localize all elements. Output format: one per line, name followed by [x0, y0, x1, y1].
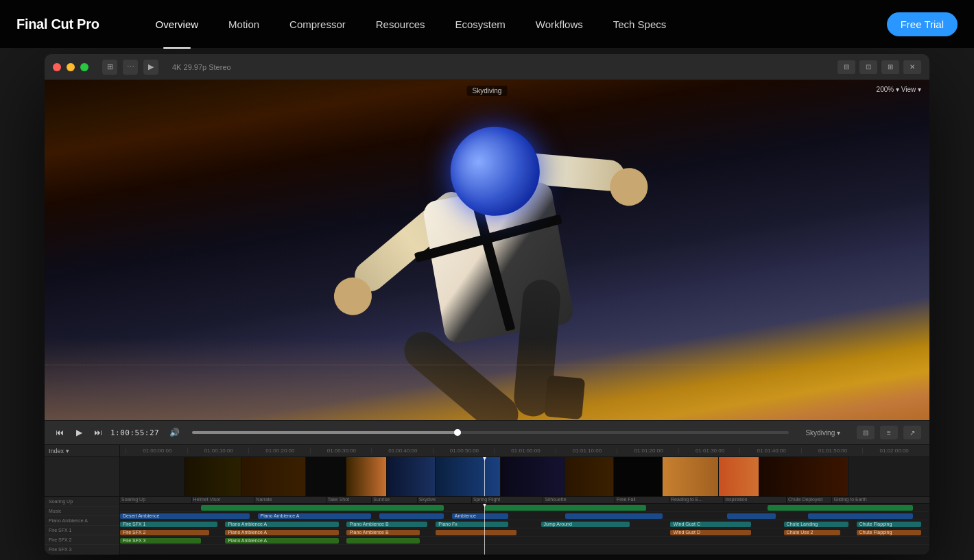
main-content: ⊞ ⋯ ▶ 4K 29.97p Stereo ⊟ ⊡ ⊞ ✕ [0, 0, 974, 560]
fire2-seg2[interactable]: Piano Ambience A [225, 530, 338, 535]
fire1-seg7[interactable]: Chute Landing [784, 522, 848, 527]
track-fire-sfx2: Fire SFX 2 Piano Ambience A Piano Ambien… [120, 528, 929, 537]
timeline-scrubber[interactable] [192, 431, 789, 434]
minimize-button[interactable] [67, 63, 75, 71]
fire1-seg3[interactable]: Piano Ambience B [346, 522, 427, 527]
nav-link-compressor[interactable]: Compressor [274, 0, 361, 49]
fire2-seg4[interactable] [436, 530, 516, 535]
clip-label-chutes: Chute Deployed [787, 497, 832, 503]
clip-thumb-5[interactable] [346, 457, 387, 496]
music-segment-3[interactable] [768, 505, 913, 511]
clip-label-freefall: Free Fall [615, 497, 669, 503]
piano-a-seg6[interactable] [727, 513, 776, 519]
clip-thumb-2[interactable] [185, 457, 241, 496]
toolbar-icon-3[interactable]: ▶ [143, 60, 158, 75]
ruler-mark-8: 01:01:20:00 [617, 448, 678, 454]
nav-link-ecosystem[interactable]: Ecosystem [440, 0, 520, 49]
play-back-button[interactable]: ⏮ [53, 426, 67, 439]
timeline-main-area: 01:00:00:00 01:00:10:00 01:00:20:00 01:0… [120, 445, 929, 555]
nav-link-overview[interactable]: Overview [141, 0, 214, 49]
clip-thumb-7[interactable] [436, 457, 500, 496]
fire1-seg5[interactable]: Jump Around [541, 522, 630, 527]
nav-link-workflows[interactable]: Workflows [521, 0, 598, 49]
timeline-panel: Index ▾ Soaring Up Music Piano Ambience … [45, 445, 929, 555]
clip-thumb-8[interactable] [501, 457, 565, 496]
piano-a-seg4[interactable]: Ambience [452, 513, 509, 519]
fire2-seg3[interactable]: Piano Ambience B [346, 530, 419, 535]
final-cut-pro-window: ⊞ ⋯ ▶ 4K 29.97p Stereo ⊟ ⊡ ⊞ ✕ [45, 54, 929, 555]
close-button[interactable] [53, 63, 61, 71]
clip-labels-row: Soaring Up Helmet Visor Narrate Take Sho… [120, 497, 929, 504]
ruler-mark-5: 01:00:50:00 [433, 448, 495, 454]
current-clip-name[interactable]: Skydiving ▾ [805, 429, 840, 437]
fire3-seg1[interactable]: Fire SFX 3 [120, 538, 201, 544]
app-logo[interactable]: Final Cut Pro [16, 16, 99, 32]
fire3-seg3[interactable] [346, 538, 419, 544]
maximize-button[interactable] [80, 63, 88, 71]
play-button[interactable]: ▶ [72, 426, 86, 439]
music-segment-1[interactable] [201, 505, 444, 511]
index-label: Index ▾ [45, 445, 119, 457]
piano-a-seg2[interactable]: Piano Ambience A [258, 513, 371, 519]
toolbar-icon-1[interactable]: ⊞ [102, 60, 117, 75]
nav-link-tech-specs[interactable]: Tech Specs [598, 0, 682, 49]
fire1-seg6[interactable]: Wind Gust C [670, 522, 751, 527]
view-toggle-3[interactable]: ⊞ [881, 60, 899, 74]
audio-icon[interactable]: 🔊 [167, 426, 181, 439]
clip-label-takeshot: Take Shot [326, 497, 372, 503]
piano-a-seg7[interactable] [808, 513, 913, 519]
ruler-mark-0: 01:00:00:00 [126, 448, 187, 454]
piano-a-seg3[interactable] [379, 513, 444, 519]
clip-label-sunrise: Sunrise [372, 497, 417, 503]
export-toggle[interactable]: ↗ [903, 426, 921, 439]
clip-thumb-6[interactable] [387, 457, 436, 496]
fire1-seg8[interactable]: Chute Flapping [857, 522, 921, 527]
nav-links: Overview Motion Compressor Resources Eco… [141, 0, 887, 49]
view-toggle-2[interactable]: ⊡ [859, 60, 877, 74]
fire2-seg7[interactable]: Chute Flapping [857, 530, 921, 535]
clip-thumb-10[interactable] [614, 457, 663, 496]
clip-thumb-12[interactable] [719, 457, 759, 496]
fire1-seg1[interactable]: Fire SFX 1 [120, 522, 217, 527]
fire2-seg5[interactable]: Wind Gust D [670, 530, 751, 535]
clip-label-gliding: Gliding to Earth [832, 497, 929, 503]
ruler-mark-3: 01:00:30:00 [310, 448, 372, 454]
clip-label-helmet: Helmet Visor [192, 497, 255, 503]
piano-a-seg5[interactable] [565, 513, 663, 519]
atmosphere-glow [45, 338, 929, 420]
view-toggle-1[interactable]: ⊟ [838, 60, 855, 74]
clip-label-inspiration: Inspiration [724, 497, 787, 503]
clip-thumb-3[interactable] [241, 457, 306, 496]
fire1-seg2[interactable]: Piano Ambience A [225, 522, 338, 527]
free-trial-button[interactable]: Free Trial [887, 12, 958, 36]
piano-a-seg1[interactable]: Desert Ambience [120, 513, 250, 519]
clip-label-narrate: Narrate [254, 497, 326, 503]
nav-link-motion[interactable]: Motion [213, 0, 274, 49]
viewer-zoom-control[interactable]: 200% ▾ View ▾ [877, 86, 921, 93]
audio-meter-toggle[interactable]: ≡ [880, 426, 898, 439]
nav-link-resources[interactable]: Resources [361, 0, 440, 49]
track-label-piano-a: Piano Ambience A [45, 516, 119, 526]
fire2-seg1[interactable]: Fire SFX 2 [120, 530, 209, 535]
toolbar-icon-2[interactable]: ⋯ [123, 60, 138, 75]
music-segment-2[interactable] [484, 505, 646, 511]
clip-thumb-11[interactable] [663, 457, 720, 496]
clip-thumb-1[interactable] [120, 457, 185, 496]
fire3-seg2[interactable]: Piano Ambience A [225, 538, 338, 544]
clip-info: 4K 29.97p Stereo [172, 63, 231, 71]
play-forward-button[interactable]: ⏭ [91, 426, 105, 439]
clip-thumb-9[interactable] [565, 457, 614, 496]
track-label-music: Music [45, 507, 119, 516]
ruler-marks: 01:00:00:00 01:00:10:00 01:00:20:00 01:0… [126, 448, 924, 454]
clip-thumb-13[interactable] [759, 457, 848, 496]
scrubber-head[interactable] [454, 429, 461, 436]
timeline-view-toggle[interactable]: ⊟ [857, 426, 875, 439]
ruler-mark-6: 01:01:00:00 [494, 448, 556, 454]
fire1-seg4[interactable]: Piano Fx [436, 522, 508, 527]
timecode-display: 1:00:55:27 [110, 428, 159, 437]
fire2-seg6[interactable]: Chute Use 2 [784, 530, 841, 535]
track-label-fire-sfx2: Fire SFX 2 [45, 535, 119, 545]
clip-label-spring: Spring Flight [472, 497, 544, 503]
clip-thumb-4[interactable] [306, 457, 346, 496]
view-toggle-4[interactable]: ✕ [903, 60, 921, 74]
